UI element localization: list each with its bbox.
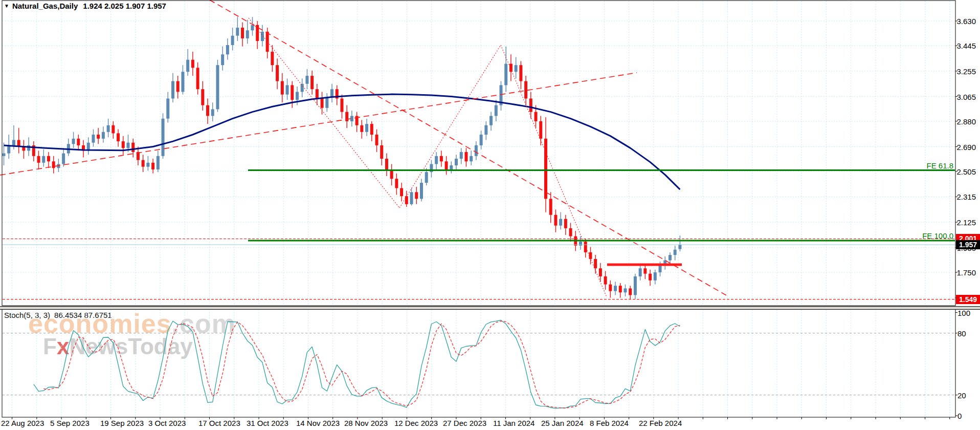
fib-anchor-leg-1 xyxy=(249,18,399,208)
candle-body xyxy=(142,160,145,167)
chevron-down-icon[interactable]: ▼ xyxy=(4,3,9,9)
candle-body xyxy=(316,89,319,98)
price-axis-label[interactable]: 2.880 xyxy=(956,117,976,126)
price-axis-label[interactable]: 3.630 xyxy=(956,17,976,26)
candle-body xyxy=(42,156,45,163)
candle-body xyxy=(251,25,254,30)
candle-body xyxy=(624,288,627,292)
price-axis-label[interactable]: 2.315 xyxy=(956,192,976,201)
candle-body xyxy=(385,159,388,169)
candle-body xyxy=(375,135,378,145)
candle-body xyxy=(52,161,55,168)
candle-body xyxy=(400,188,403,197)
candle-body xyxy=(455,159,458,165)
fib-level-label-618[interactable]: FE 61.8 xyxy=(926,161,953,170)
candle-body xyxy=(226,45,229,54)
price-axis-label[interactable]: 3.255 xyxy=(956,67,976,76)
date-axis-label[interactable]: 25 Jan 2024 xyxy=(541,419,584,427)
candle-body xyxy=(166,98,169,118)
date-axis-label[interactable]: 17 Oct 2023 xyxy=(198,419,240,427)
stoch-scale-label[interactable]: 0 xyxy=(957,412,962,420)
candle-body xyxy=(211,109,214,116)
price-axis-label[interactable]: 2.125 xyxy=(956,218,976,227)
candle-body xyxy=(678,245,681,249)
candle-body xyxy=(37,156,40,163)
date-axis-label[interactable]: 28 Nov 2023 xyxy=(344,419,388,427)
candle-body xyxy=(519,65,522,81)
price-box: 1.549 xyxy=(956,295,980,304)
date-axis-label[interactable]: 27 Dec 2023 xyxy=(443,419,486,427)
candle-body xyxy=(480,135,483,145)
candle-body xyxy=(47,156,50,161)
date-axis-label[interactable]: 8 Feb 2024 xyxy=(590,419,629,427)
candle-body xyxy=(271,52,274,65)
candle-body xyxy=(475,145,478,156)
candle-body xyxy=(450,165,453,169)
candle-body xyxy=(569,228,572,236)
candle-body xyxy=(7,145,10,154)
fib-level-label-1000[interactable]: FE 100.0 xyxy=(922,231,953,240)
date-axis-label[interactable]: 22 Feb 2024 xyxy=(639,419,682,427)
candle-body xyxy=(629,288,632,295)
candle-body xyxy=(241,28,244,38)
candle-body xyxy=(435,156,438,164)
price-axis-label[interactable]: 2.505 xyxy=(956,167,976,176)
stoch-scale-label[interactable]: 80 xyxy=(957,329,966,338)
candle-body xyxy=(529,98,532,112)
candle-body xyxy=(470,156,473,161)
date-axis-label[interactable]: 14 Nov 2023 xyxy=(296,419,340,427)
candle-body xyxy=(604,276,607,285)
candle-body xyxy=(62,154,65,164)
price-axis-label[interactable]: 3.445 xyxy=(956,41,976,50)
candle-body xyxy=(659,266,662,272)
chart-canvas[interactable] xyxy=(0,0,980,430)
candle-body xyxy=(515,65,518,72)
candle-body xyxy=(305,76,308,84)
date-axis-label[interactable]: 5 Sep 2023 xyxy=(50,419,90,427)
candle-body xyxy=(360,125,363,132)
candle-body xyxy=(107,125,110,132)
candle-body xyxy=(266,32,269,52)
date-axis-label[interactable]: 12 Dec 2023 xyxy=(394,419,438,427)
candle-body xyxy=(321,98,324,107)
candle-body xyxy=(534,112,538,121)
mt4-chart-window: ▼Natural_Gas,Daily1.924 2.025 1.907 1.95… xyxy=(0,0,980,430)
candle-body xyxy=(460,152,463,159)
candle-body xyxy=(365,124,368,132)
candle-body xyxy=(236,28,239,36)
candle-body xyxy=(171,81,174,99)
date-axis-label[interactable]: 19 Sep 2023 xyxy=(100,419,144,427)
price-axis-label[interactable]: 2.690 xyxy=(956,143,976,152)
candle-body xyxy=(77,139,80,145)
descending-trendline xyxy=(210,0,727,296)
date-axis-label[interactable]: 11 Jan 2024 xyxy=(493,419,534,427)
date-axis-label[interactable]: 31 Oct 2023 xyxy=(247,419,288,427)
candle-body xyxy=(564,219,567,228)
candle-body xyxy=(186,60,189,72)
candle-body xyxy=(191,60,194,68)
candle-body xyxy=(544,139,547,199)
main-pane-frame xyxy=(2,1,955,306)
candle-body xyxy=(554,215,557,226)
price-axis-label[interactable]: 3.065 xyxy=(956,93,976,101)
candle-body xyxy=(92,135,95,143)
price-axis-label[interactable]: 1.750 xyxy=(956,268,976,277)
candle-body xyxy=(196,68,199,89)
candle-body xyxy=(157,156,160,169)
candle-body xyxy=(380,145,383,159)
pane-separator[interactable] xyxy=(0,306,980,310)
candle-body xyxy=(12,140,15,145)
candle-body xyxy=(176,81,180,92)
candle-body xyxy=(395,179,398,188)
candle-body xyxy=(117,133,120,141)
date-axis-label[interactable]: 3 Oct 2023 xyxy=(148,419,186,427)
candle-body xyxy=(102,132,105,139)
candle-body xyxy=(286,85,289,94)
stoch-scale-label[interactable]: 20 xyxy=(957,391,966,400)
date-axis-label[interactable]: 22 Aug 2023 xyxy=(1,419,44,427)
candle-body xyxy=(484,125,487,135)
candle-body xyxy=(122,141,125,148)
candle-body xyxy=(112,125,115,134)
stoch-scale-label[interactable]: 100 xyxy=(957,309,970,317)
candle-body xyxy=(489,116,493,125)
